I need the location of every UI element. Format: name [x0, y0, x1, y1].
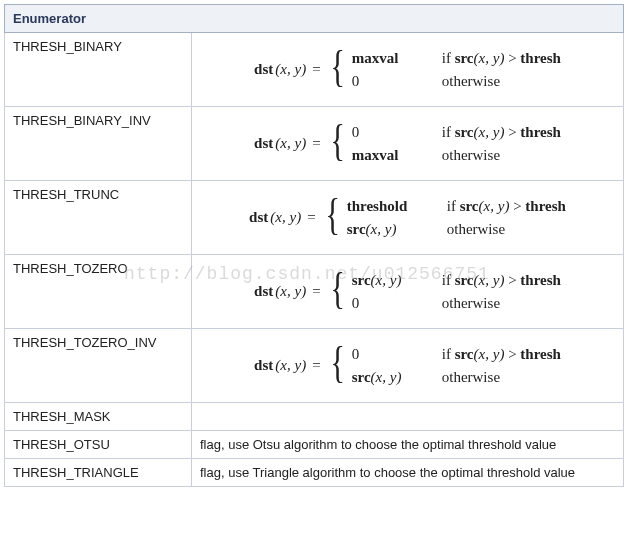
enum-formula: dst(x, y)={0if src(x, y) > threshsrc(x, … [192, 329, 624, 403]
enum-formula: dst(x, y)={thresholdif src(x, y) > thres… [192, 181, 624, 255]
table-row: THRESH_MASK [5, 403, 624, 431]
enum-formula: dst(x, y)={maxvalif src(x, y) > thresh0o… [192, 33, 624, 107]
enum-empty [192, 403, 624, 431]
enumerator-table-container: http://blog.csdn.net/u012566751 Enumerat… [4, 4, 624, 487]
table-row: THRESH_TOZEROdst(x, y)={src(x, y)if src(… [5, 255, 624, 329]
enum-name: THRESH_BINARY_INV [5, 107, 192, 181]
table-row: THRESH_BINARY_INVdst(x, y)={0if src(x, y… [5, 107, 624, 181]
enum-name: THRESH_TOZERO_INV [5, 329, 192, 403]
table-row: THRESH_BINARYdst(x, y)={maxvalif src(x, … [5, 33, 624, 107]
table-row: THRESH_OTSUflag, use Otsu algorithm to c… [5, 431, 624, 459]
enum-formula: dst(x, y)={0if src(x, y) > threshmaxvalo… [192, 107, 624, 181]
enum-formula: dst(x, y)={src(x, y)if src(x, y) > thres… [192, 255, 624, 329]
enum-name: THRESH_TRIANGLE [5, 459, 192, 487]
enumerator-table: Enumerator THRESH_BINARYdst(x, y)={maxva… [4, 4, 624, 487]
enum-name: THRESH_TOZERO [5, 255, 192, 329]
table-row: THRESH_TOZERO_INVdst(x, y)={0if src(x, y… [5, 329, 624, 403]
table-row: THRESH_TRIANGLEflag, use Triangle algori… [5, 459, 624, 487]
enum-name: THRESH_MASK [5, 403, 192, 431]
enum-name: THRESH_OTSU [5, 431, 192, 459]
enum-name: THRESH_BINARY [5, 33, 192, 107]
table-row: THRESH_TRUNCdst(x, y)={thresholdif src(x… [5, 181, 624, 255]
table-header: Enumerator [5, 5, 624, 33]
enum-description: flag, use Otsu algorithm to choose the o… [192, 431, 624, 459]
enum-description: flag, use Triangle algorithm to choose t… [192, 459, 624, 487]
enum-name: THRESH_TRUNC [5, 181, 192, 255]
